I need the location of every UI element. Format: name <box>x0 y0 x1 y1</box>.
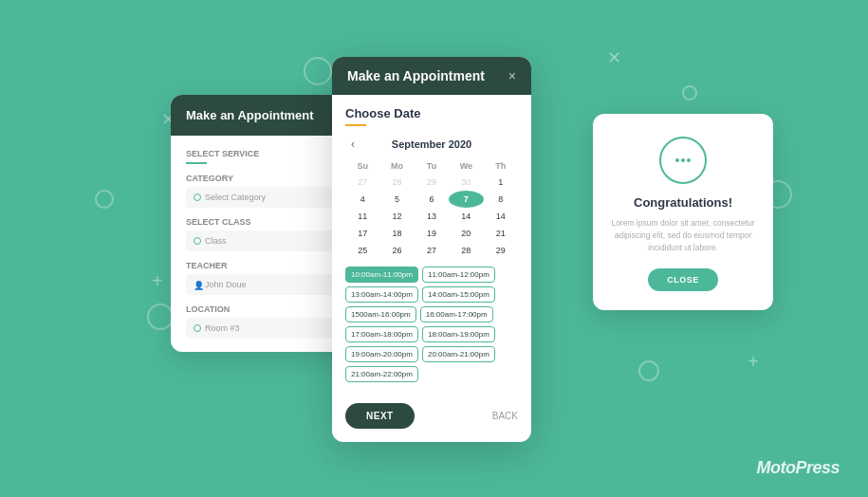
teacher-label: Teacher <box>186 261 345 270</box>
calendar-grid: Su Mo Tu We Th 27 28 29 30 1 4 5 <box>345 158 518 259</box>
cal-day[interactable]: 6 <box>415 191 449 208</box>
cal-day[interactable]: 27 <box>415 242 449 259</box>
decor-circle-2 <box>95 190 114 209</box>
select-service-label: Select Service <box>186 149 345 158</box>
category-icon <box>194 193 201 201</box>
decor-circle-6 <box>638 360 659 381</box>
card-main-body: Choose Date ‹ September 2020 › Su Mo Tu … <box>332 95 531 394</box>
cal-day[interactable]: 21 <box>484 225 518 242</box>
cal-month-label: September 2020 <box>392 138 471 150</box>
teacher-icon: 👤 <box>194 281 201 288</box>
congrats-text: Lorem ipsum dolor sit amet, consectetur … <box>610 217 756 253</box>
time-slot[interactable]: 17:00am-18:00pm <box>345 326 418 342</box>
cal-header-su: Su <box>345 158 379 174</box>
congrats-icon <box>659 137 707 184</box>
next-button[interactable]: NEXT <box>345 403 415 429</box>
cal-header-we: We <box>449 158 483 174</box>
time-slot[interactable]: 13:00am-14:00pm <box>345 286 418 303</box>
cal-header-th: Th <box>484 158 518 174</box>
time-slot[interactable]: 19:00am-20:00pm <box>345 346 418 362</box>
class-placeholder: Class <box>205 236 227 246</box>
cal-day[interactable]: 26 <box>379 242 414 259</box>
cal-day[interactable]: 8 <box>484 191 518 208</box>
svg-point-0 <box>675 158 679 162</box>
svg-point-1 <box>681 158 685 162</box>
time-slots-container: 10:00am-11:00pm 11:00am-12:00pm 13:00am-… <box>345 267 518 382</box>
cal-day[interactable]: 14 <box>449 208 483 225</box>
congrats-title: Congratulations! <box>610 195 756 210</box>
choose-date-title: Choose Date <box>345 106 518 120</box>
cal-header-mo: Mo <box>379 158 414 174</box>
cal-day[interactable]: 20 <box>449 225 483 242</box>
cal-day[interactable]: 18 <box>379 225 414 242</box>
cal-day[interactable]: 17 <box>345 225 379 242</box>
time-slot[interactable]: 16:00am-17:00pm <box>420 306 493 322</box>
cal-day[interactable]: 14 <box>484 208 518 225</box>
time-slot[interactable]: 14:00am-15:00pm <box>422 286 495 303</box>
cal-day-today[interactable]: 7 <box>449 191 483 208</box>
cal-day[interactable]: 27 <box>345 174 379 191</box>
svg-point-2 <box>687 158 691 162</box>
cal-day[interactable]: 11 <box>345 208 379 225</box>
card-congratulations: Congratulations! Lorem ipsum dolor sit a… <box>593 114 773 310</box>
time-slot[interactable]: 10:00am-11:00pm <box>345 267 418 283</box>
cal-day[interactable]: 19 <box>415 225 449 242</box>
class-input[interactable]: Class <box>186 230 345 251</box>
cal-day[interactable]: 1 <box>484 174 518 191</box>
card-back-title: Make an Appointment <box>186 108 314 122</box>
cal-day[interactable]: 29 <box>415 174 449 191</box>
cal-day[interactable]: 28 <box>449 242 483 259</box>
class-label: Select Class <box>186 217 345 227</box>
category-placeholder: Select Category <box>205 193 266 202</box>
card-appointment-main: Make an Appointment × Choose Date ‹ Sept… <box>332 57 531 442</box>
location-input[interactable]: Room #3 <box>186 318 345 339</box>
decor-plus-1: + <box>152 270 163 292</box>
calendar-nav: ‹ September 2020 › <box>345 136 518 153</box>
motopress-logo: MotoPress <box>756 458 840 478</box>
time-slot[interactable]: 18:00am-19:00pm <box>422 326 495 342</box>
cal-day[interactable]: 4 <box>345 191 379 208</box>
card-main-footer: NEXT BACK <box>332 394 531 442</box>
time-slot[interactable]: 1500am-16:00pm <box>345 306 416 322</box>
cal-day[interactable]: 13 <box>415 208 449 225</box>
decor-plus-2: + <box>748 351 759 373</box>
decor-circle-4 <box>682 85 697 101</box>
cal-day[interactable]: 30 <box>449 174 483 191</box>
cal-prev-button[interactable]: ‹ <box>345 136 360 153</box>
location-placeholder: Room #3 <box>205 323 240 333</box>
close-button[interactable]: CLOSE <box>648 268 718 291</box>
time-slot[interactable]: 11:00am-12:00pm <box>422 267 495 283</box>
time-slot[interactable]: 20:00am-21:00pm <box>422 346 495 362</box>
teacher-placeholder: John Doue <box>205 280 247 289</box>
choose-date-underline <box>345 124 366 126</box>
close-button[interactable]: × <box>508 68 516 83</box>
cal-day[interactable]: 25 <box>345 242 379 259</box>
time-slot[interactable]: 21:00am-22:00pm <box>345 366 418 382</box>
chat-bubbles-icon <box>673 154 693 167</box>
category-input[interactable]: Select Category <box>186 187 345 208</box>
cal-day[interactable]: 29 <box>484 242 518 259</box>
location-label: Location <box>186 304 345 314</box>
decor-circle-1 <box>304 57 332 85</box>
decor-circle-3 <box>147 304 174 330</box>
teacher-input[interactable]: 👤 John Doue <box>186 274 345 295</box>
cal-day[interactable]: 28 <box>379 174 414 191</box>
back-button[interactable]: BACK <box>492 411 518 421</box>
decor-cross-2: ✕ <box>607 47 621 68</box>
section-underline <box>186 162 207 164</box>
card-main-title: Make an Appointment <box>347 68 485 83</box>
card-main-header: Make an Appointment × <box>332 57 531 95</box>
class-icon <box>194 237 201 245</box>
cal-header-tu: Tu <box>415 158 449 174</box>
cal-day[interactable]: 12 <box>379 208 414 225</box>
category-label: Category <box>186 174 345 183</box>
location-icon <box>194 324 201 332</box>
cal-day[interactable]: 5 <box>379 191 414 208</box>
